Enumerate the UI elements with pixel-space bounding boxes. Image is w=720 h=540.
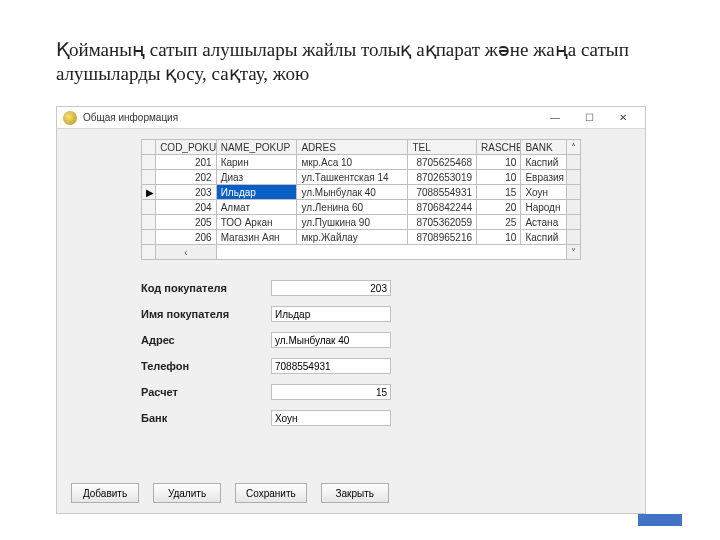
scrollbar-track[interactable] [566,170,580,185]
cell-cod[interactable]: 204 [156,200,217,215]
edit-form: Код покупателя Имя покупателя Адрес Теле… [141,280,631,426]
titlebar: Общая информация — ☐ ✕ [57,107,645,129]
cell-cod[interactable]: 203 [156,185,217,200]
label-ras: Расчет [141,386,271,398]
input-cod[interactable] [271,280,391,296]
input-ras[interactable] [271,384,391,400]
label-name: Имя покупателя [141,308,271,320]
label-cod: Код покупателя [141,282,271,294]
cell-name[interactable]: Ильдар [216,185,297,200]
row-gutter [142,170,156,185]
col-ras[interactable]: RASCHET [477,140,521,155]
cell-tel[interactable]: 7088554931 [408,185,477,200]
table-row[interactable]: 201Каринмкр.Аса 10870562546810Каспий [142,155,581,170]
label-tel: Телефон [141,360,271,372]
row-gutter [142,155,156,170]
cell-name[interactable]: Магазин Аян [216,230,297,245]
cell-name[interactable]: Карин [216,155,297,170]
cell-tel[interactable]: 8705625468 [408,155,477,170]
scroll-down-icon[interactable]: ˅ [566,245,580,260]
app-icon [63,111,77,125]
slide-title: Қойманың сатып алушылары жайлы толық ақп… [56,38,680,86]
scrollbar-track[interactable] [566,185,580,200]
cell-bank[interactable]: Каспий [521,155,566,170]
add-button[interactable]: Добавить [71,483,139,503]
cell-tel[interactable]: 8708965216 [408,230,477,245]
row-gutter [142,230,156,245]
cell-bank[interactable]: Евразия [521,170,566,185]
cell-ras[interactable]: 10 [477,155,521,170]
cell-tel[interactable]: 8705362059 [408,215,477,230]
close-button[interactable]: ✕ [607,109,639,127]
input-name[interactable] [271,306,391,322]
scrollbar-track[interactable] [566,200,580,215]
input-bank[interactable] [271,410,391,426]
cell-name[interactable]: ТОО Аркан [216,215,297,230]
scrollbar-track[interactable] [566,230,580,245]
row-gutter [142,215,156,230]
cell-ras[interactable]: 20 [477,200,521,215]
scroll-left-icon[interactable]: ‹ [156,245,217,260]
delete-button[interactable]: Удалить [153,483,221,503]
cell-cod[interactable]: 205 [156,215,217,230]
cell-ras[interactable]: 15 [477,185,521,200]
table-row[interactable]: 205ТОО Арканул.Пушкина 90870536205925Аст… [142,215,581,230]
maximize-button[interactable]: ☐ [573,109,605,127]
scrollbar-track[interactable] [566,215,580,230]
col-tel[interactable]: TEL [408,140,477,155]
cell-bank[interactable]: Народн [521,200,566,215]
cell-ras[interactable]: 10 [477,230,521,245]
cell-cod[interactable]: 206 [156,230,217,245]
col-bank[interactable]: BANK [521,140,566,155]
cell-ras[interactable]: 10 [477,170,521,185]
cell-name[interactable]: Алмат [216,200,297,215]
table-row[interactable]: 202Диазул.Ташкентская 14870265301910Евра… [142,170,581,185]
cell-adres[interactable]: ул.Ташкентская 14 [297,170,408,185]
row-gutter [142,200,156,215]
table-row[interactable]: ▶203Ильдарул.Мынбулак 40708855493115Хоун [142,185,581,200]
table-row[interactable]: 204Алматул.Ленина 60870684224420Народн [142,200,581,215]
cell-tel[interactable]: 8706842244 [408,200,477,215]
input-adres[interactable] [271,332,391,348]
cell-cod[interactable]: 201 [156,155,217,170]
customers-grid[interactable]: COD_POKUP NAME_POKUP ADRES TEL RASCHET B… [141,139,581,260]
save-button[interactable]: Сохранить [235,483,307,503]
row-gutter: ▶ [142,185,156,200]
cell-bank[interactable]: Астана [521,215,566,230]
minimize-button[interactable]: — [539,109,571,127]
label-adres: Адрес [141,334,271,346]
input-tel[interactable] [271,358,391,374]
col-adres[interactable]: ADRES [297,140,408,155]
cell-adres[interactable]: ул.Ленина 60 [297,200,408,215]
label-bank: Банк [141,412,271,424]
cell-name[interactable]: Диаз [216,170,297,185]
app-window: Общая информация — ☐ ✕ COD_POKUP NAME_PO… [56,106,646,514]
cell-adres[interactable]: ул.Мынбулак 40 [297,185,408,200]
cell-bank[interactable]: Каспий [521,230,566,245]
window-title: Общая информация [83,112,539,123]
cell-tel[interactable]: 8702653019 [408,170,477,185]
cell-adres[interactable]: ул.Пушкина 90 [297,215,408,230]
close-form-button[interactable]: Закрыть [321,483,389,503]
table-row[interactable]: 206Магазин Аянмкр.Жайлау870896521610Касп… [142,230,581,245]
cell-bank[interactable]: Хоун [521,185,566,200]
cell-cod[interactable]: 202 [156,170,217,185]
col-name[interactable]: NAME_POKUP [216,140,297,155]
cell-ras[interactable]: 25 [477,215,521,230]
col-cod[interactable]: COD_POKUP [156,140,217,155]
cell-adres[interactable]: мкр.Аса 10 [297,155,408,170]
scroll-up-icon[interactable]: ˄ [566,140,580,155]
cell-adres[interactable]: мкр.Жайлау [297,230,408,245]
slide-accent [638,514,682,526]
scrollbar-track[interactable] [566,155,580,170]
